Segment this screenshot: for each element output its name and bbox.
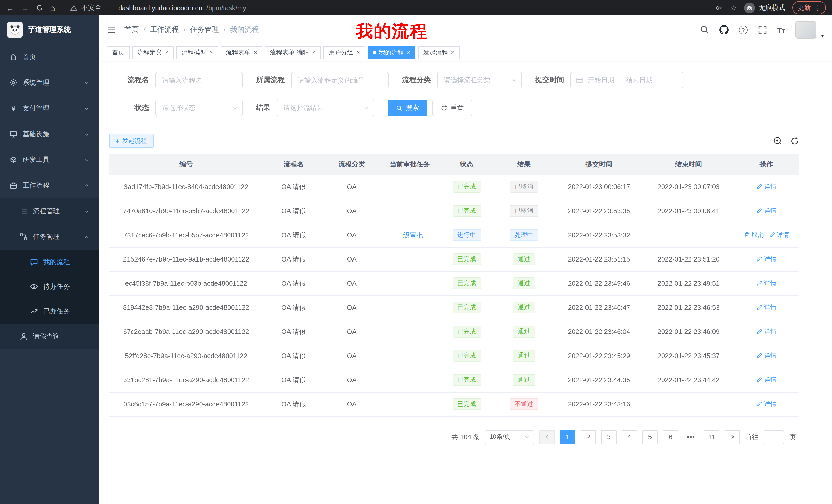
breadcrumb-item[interactable]: 任务管理 [190,25,219,34]
current-task-link[interactable]: 一级审批 [396,231,423,239]
fullscreen-icon[interactable] [758,25,767,34]
tab-流程表单[interactable]: 流程表单× [220,46,262,59]
sidebar-item-infra[interactable]: 基础设施 [0,121,99,147]
search-button[interactable]: 搜索 [388,100,427,116]
task-submenu: 我的流程 待办任务 已办任务 [0,250,99,324]
sidebar-item-home[interactable]: 首页 [0,44,99,70]
page-title-annotation: 我的流程 [356,20,428,43]
sidebar-item-leave-query[interactable]: 请假查询 [0,324,99,349]
tab-close-icon[interactable]: × [254,49,257,55]
sidebar-item-workflow[interactable]: 工作流程 [0,173,99,198]
pagination: 共 104 条 10条/页 123456•••11 前往 页 [99,416,832,444]
browser-menu-icon[interactable]: ⋮ [814,4,821,11]
pager-next-button[interactable] [725,430,740,444]
detail-link[interactable]: 详情 [756,206,777,215]
detail-link[interactable]: 详情 [769,231,789,240]
sidebar-item-todo-tasks[interactable]: 待办任务 [0,274,99,299]
detail-link[interactable]: 详情 [756,352,777,360]
avatar-caret-icon[interactable]: ▾ [821,33,824,38]
detail-link[interactable]: 详情 [756,400,777,409]
browser-home-button[interactable]: ⌂ [50,4,55,11]
tab-close-icon[interactable]: × [165,49,169,55]
pager-page-6[interactable]: 6 [663,430,678,444]
sidebar-item-done-tasks[interactable]: 已办任务 [0,299,99,324]
tab-close-icon[interactable]: × [312,49,316,55]
browser-update-button[interactable]: 更新 ⋮ [792,1,826,15]
breadcrumb-item[interactable]: 首页 [125,25,139,34]
pager-more[interactable]: ••• [683,430,699,444]
result-select[interactable]: 请选择流结果 [277,100,374,116]
status-select[interactable]: 请选择状态 [155,100,243,116]
password-key-icon[interactable] [716,4,723,11]
search-icon[interactable] [700,25,709,34]
browser-reload-button[interactable] [36,4,43,11]
cell-result: 不通过 [493,392,555,416]
page-size-select[interactable]: 10条/页 [485,430,534,444]
bookmark-star-icon[interactable]: ☆ [730,4,737,12]
detail-link[interactable]: 详情 [756,303,777,312]
address-bar[interactable]: 不安全 dashboard.yudao.iocoder.cn/bpm/task/… [62,3,737,12]
pager-page-1[interactable]: 1 [560,430,575,444]
font-size-icon[interactable]: TT [777,25,785,34]
tab-close-icon[interactable]: × [356,49,360,55]
menu-toggle-icon[interactable] [107,25,116,34]
pager-page-3[interactable]: 3 [601,430,617,444]
detail-link[interactable]: 详情 [756,183,777,191]
tab-close-icon[interactable]: × [451,49,454,55]
cancel-link[interactable]: 取消 [744,231,764,240]
pager-page-4[interactable]: 4 [622,430,637,444]
cell-current-task [380,175,440,199]
tab-流程模型[interactable]: 流程模型× [176,46,218,59]
cell-status: 已完成 [440,368,493,392]
tab-流程定义[interactable]: 流程定义× [132,46,174,59]
github-icon[interactable] [719,25,728,34]
create-process-button[interactable]: + 发起流程 [109,134,154,148]
detail-link[interactable]: 详情 [756,375,777,384]
goto-page-input[interactable] [763,430,784,444]
eye-icon [30,283,38,291]
tab-close-icon[interactable]: × [407,49,410,55]
tab-用户分组[interactable]: 用户分组× [323,46,365,59]
tab-流程表单-编辑[interactable]: 流程表单-编辑× [265,46,321,59]
sidebar-item-my-process[interactable]: 我的流程 [0,250,99,274]
tab-我的流程[interactable]: 我的流程× [368,46,415,59]
cell-name: OA 请假 [263,175,324,199]
sidebar-item-task-mgmt[interactable]: 任务管理 [0,224,99,250]
tab-首页[interactable]: 首页 [107,46,130,59]
tab-发起流程[interactable]: 发起流程× [418,46,460,59]
category-select[interactable]: 请选择流程分类 [437,72,522,88]
browser-back-button[interactable]: ← [6,4,14,11]
detail-link[interactable]: 详情 [756,255,777,263]
date-range-picker[interactable]: 开始日期 - 结束日期 [570,72,683,88]
pager-page-2[interactable]: 2 [580,430,596,444]
detail-link[interactable]: 详情 [756,279,777,288]
help-icon[interactable]: ? [739,25,747,34]
date-end[interactable]: 结束日期 [626,76,653,85]
detail-link[interactable]: 详情 [756,327,777,336]
cell-name: OA 请假 [263,247,324,271]
definition-input[interactable] [291,72,389,88]
pager-prev-button[interactable] [539,430,555,444]
breadcrumb-item[interactable]: 工作流程 [150,25,179,34]
tab-close-icon[interactable]: × [209,49,213,55]
sidebar-item-system[interactable]: 系统管理 [0,70,99,95]
app-logo[interactable]: 芋道管理系统 [0,16,99,44]
cell-submit-time: 2022-01-22 23:43:16 [555,392,643,416]
refresh-table-icon[interactable] [790,136,799,145]
show-search-icon[interactable] [773,136,782,145]
cell-category: OA [324,175,380,199]
cell-id: 7317cec6-7b9b-11ec-b5b7-acde48001122 [109,223,263,247]
browser-forward-button[interactable]: → [21,4,29,11]
pager-page-11[interactable]: 11 [704,430,719,444]
sidebar-item-devtools[interactable]: 研发工具 [0,147,99,173]
cell-category: OA [324,247,380,271]
date-start[interactable]: 开始日期 [588,76,615,85]
cell-status: 进行中 [440,223,493,247]
pager-page-5[interactable]: 5 [642,430,658,444]
avatar[interactable] [796,21,816,38]
sidebar-item-process-mgmt[interactable]: 流程管理 [0,198,99,224]
plus-icon: + [116,137,120,144]
process-name-input[interactable] [155,72,243,88]
sidebar-item-payment[interactable]: ¥ 支付管理 [0,95,99,121]
reset-button[interactable]: 重置 [433,100,472,116]
